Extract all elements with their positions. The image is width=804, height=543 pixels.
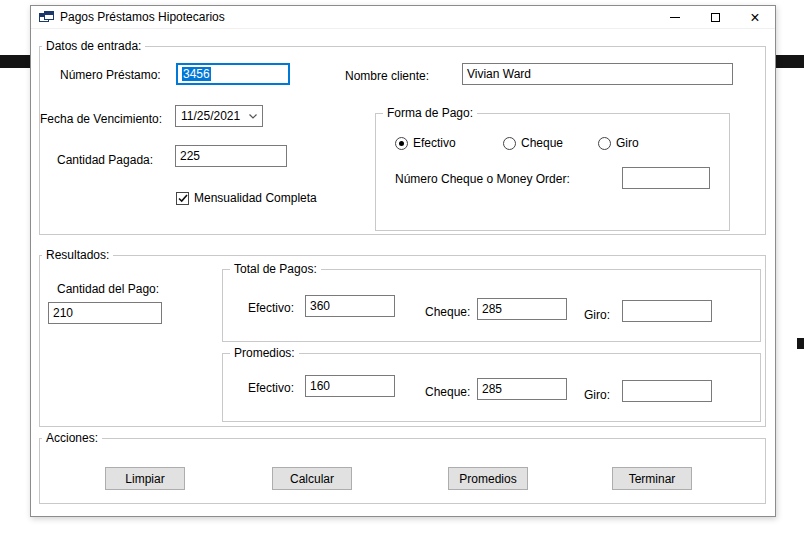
numero-cheque-input[interactable]: [622, 167, 710, 189]
background-window-fragment-right-small: [797, 338, 804, 349]
total-cheque-label: Cheque:: [425, 305, 470, 319]
title-bar[interactable]: Pagos Préstamos Hipotecarios ×: [31, 6, 775, 29]
fecha-vencimiento-label: Fecha de Vencimiento:: [40, 112, 162, 126]
cantidad-pago-input[interactable]: [48, 302, 162, 324]
checkbox-checked-icon: [176, 192, 189, 205]
numero-prestamo-label: Número Préstamo:: [60, 68, 161, 82]
radio-efectivo[interactable]: Efectivo: [395, 136, 456, 150]
fecha-vencimiento-value: 11/25/2021: [181, 109, 240, 123]
promedio-cheque-label: Cheque:: [425, 385, 470, 399]
groupbox-datos-entrada-legend: Datos de entrada:: [42, 39, 145, 53]
radio-cheque-label: Cheque: [521, 136, 563, 150]
minimize-button[interactable]: [655, 6, 695, 29]
limpiar-button[interactable]: Limpiar: [105, 467, 185, 490]
total-efectivo-input[interactable]: [305, 295, 395, 317]
maximize-icon: [711, 13, 720, 22]
mensualidad-completa-label: Mensualidad Completa: [194, 191, 317, 205]
groupbox-total-pagos-legend: Total de Pagos:: [230, 262, 321, 276]
background-window-fragment-right: [774, 55, 804, 68]
groupbox-acciones-legend: Acciones:: [42, 431, 102, 445]
maximize-button[interactable]: [695, 6, 735, 29]
radio-unselected-icon: [598, 137, 611, 150]
app-icon: [39, 11, 54, 24]
close-icon: ×: [750, 10, 759, 26]
promedio-efectivo-label: Efectivo:: [248, 381, 294, 395]
background-window-fragment-left: [0, 55, 30, 68]
minimize-icon: [670, 17, 680, 18]
window-controls: ×: [655, 6, 775, 29]
groupbox-forma-pago-legend: Forma de Pago:: [383, 106, 477, 120]
window-title: Pagos Préstamos Hipotecarios: [60, 10, 225, 24]
calcular-button[interactable]: Calcular: [272, 467, 352, 490]
terminar-button[interactable]: Terminar: [612, 467, 692, 490]
radio-giro-label: Giro: [616, 136, 639, 150]
mensualidad-completa-checkbox[interactable]: Mensualidad Completa: [176, 191, 317, 205]
total-giro-label: Giro:: [584, 308, 610, 322]
radio-efectivo-label: Efectivo: [413, 136, 456, 150]
nombre-cliente-input[interactable]: [462, 63, 733, 85]
cantidad-pago-label: Cantidad del Pago:: [57, 282, 159, 296]
radio-cheque[interactable]: Cheque: [503, 136, 563, 150]
total-cheque-input[interactable]: [477, 298, 567, 320]
numero-prestamo-input[interactable]: 3456: [176, 63, 290, 85]
groupbox-promedios-legend: Promedios:: [230, 346, 299, 360]
numero-prestamo-value: 3456: [182, 67, 211, 81]
promedio-cheque-input[interactable]: [477, 378, 567, 400]
nombre-cliente-label: Nombre cliente:: [345, 69, 429, 83]
promedio-giro-input[interactable]: [622, 380, 712, 402]
promedio-giro-label: Giro:: [584, 388, 610, 402]
fecha-vencimiento-dropdown[interactable]: 11/25/2021: [175, 105, 263, 127]
cantidad-pagada-label: Cantidad Pagada:: [57, 153, 153, 167]
promedios-button[interactable]: Promedios: [448, 467, 528, 490]
numero-cheque-label: Número Cheque o Money Order:: [395, 172, 570, 186]
radio-unselected-icon: [503, 137, 516, 150]
groupbox-resultados-legend: Resultados:: [42, 248, 113, 262]
total-giro-input[interactable]: [622, 300, 712, 322]
total-efectivo-label: Efectivo:: [248, 301, 294, 315]
close-button[interactable]: ×: [735, 6, 775, 29]
promedio-efectivo-input[interactable]: [305, 375, 395, 397]
cantidad-pagada-input[interactable]: [175, 145, 287, 167]
form-client-area: Datos de entrada: Número Préstamo: 3456 …: [31, 29, 775, 516]
radio-selected-icon: [395, 137, 408, 150]
app-window: Pagos Préstamos Hipotecarios × Datos de …: [30, 5, 776, 517]
radio-giro[interactable]: Giro: [598, 136, 639, 150]
chevron-down-icon: [249, 114, 257, 119]
